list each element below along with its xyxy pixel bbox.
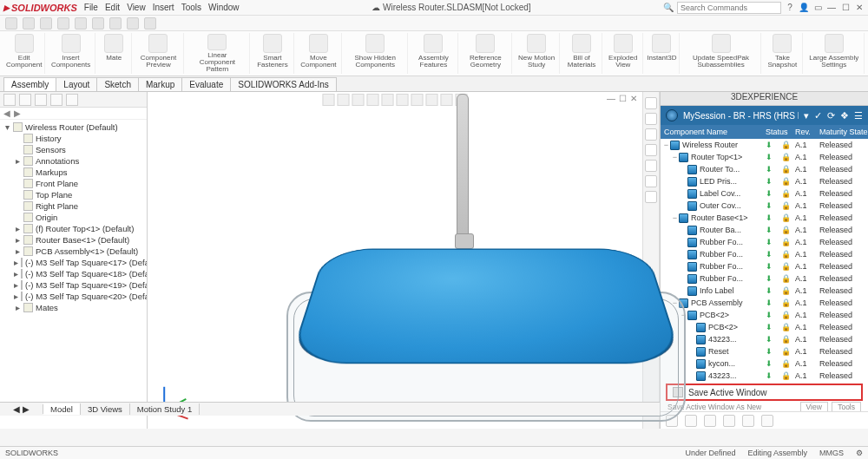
tab-layout[interactable]: Layout <box>56 77 97 91</box>
scene-icon[interactable] <box>441 94 453 106</box>
component-row[interactable]: 43223...⬇🔒A.1Released <box>661 333 868 345</box>
qat-save-icon[interactable] <box>40 17 52 30</box>
check-icon[interactable]: ✓ <box>814 110 822 121</box>
ribbon-take-snapshot[interactable]: Take Snapshot <box>763 33 802 74</box>
graphics-viewport[interactable]: — ☐ ✕ <box>148 92 642 429</box>
menu-view[interactable]: View <box>127 3 146 12</box>
tree-node[interactable]: ▸(f) Router Top<1> (Default) <box>2 223 145 234</box>
appearance-icon[interactable] <box>426 94 438 106</box>
taskpane-design-icon[interactable] <box>645 128 657 141</box>
qat-new-icon[interactable] <box>5 17 17 30</box>
component-row[interactable]: Router To...⬇🔒A.1Released <box>661 163 868 175</box>
3dx-tool2-icon[interactable] <box>685 415 697 427</box>
component-row[interactable]: Outer Cov...⬇🔒A.1Released <box>661 200 868 212</box>
ribbon-instant3d[interactable]: Instant3D <box>645 33 680 74</box>
component-row[interactable]: Rubber Fo...⬇🔒A.1Released <box>661 236 868 248</box>
tab-markup[interactable]: Markup <box>138 77 182 91</box>
ft-tab-property-icon[interactable] <box>19 94 31 106</box>
tab-sketch[interactable]: Sketch <box>96 77 139 91</box>
qat-settings-icon[interactable] <box>144 17 156 30</box>
menu-window[interactable]: Window <box>208 3 240 12</box>
component-row[interactable]: −PCB Assembly⬇🔒A.1Released <box>661 297 868 309</box>
tab-evaluate[interactable]: Evaluate <box>181 77 231 91</box>
component-row[interactable]: kycon...⬇🔒A.1Released <box>661 357 868 370</box>
tree-node[interactable]: Front Plane <box>2 178 145 189</box>
doc-max-icon[interactable]: ☐ <box>619 94 627 103</box>
view-orient-icon[interactable] <box>382 94 394 106</box>
3dx-tool5-icon[interactable] <box>742 415 754 427</box>
component-row[interactable]: −Router Top<1>⬇🔒A.1Released <box>661 151 868 163</box>
ribbon-exploded-view[interactable]: Exploded View <box>604 33 643 74</box>
bottom-tab-motion-study-1[interactable]: Motion Study 1 <box>130 403 200 415</box>
ribbon-component-preview[interactable]: Component Preview <box>134 33 184 74</box>
status-units[interactable]: MMGS <box>819 449 844 457</box>
tree-node[interactable]: ▸(-) M3 Self Tap Square<18> (Default) <box>2 268 145 279</box>
taskpane-appearance-icon[interactable] <box>645 160 657 172</box>
3dx-tool6-icon[interactable] <box>761 415 773 427</box>
ribbon-mate[interactable]: Mate <box>97 33 132 74</box>
ft-tab-config-icon[interactable] <box>35 94 47 106</box>
ft-tab-display-icon[interactable] <box>66 94 78 106</box>
compass-icon[interactable] <box>666 109 678 121</box>
ribbon-show-hidden-components[interactable]: Show Hidden Components <box>344 33 408 74</box>
doc-close-icon[interactable]: ✕ <box>630 94 637 103</box>
ribbon-reference-geometry[interactable]: Reference Geometry <box>460 33 512 74</box>
tree-node[interactable]: Sensors <box>2 144 145 155</box>
component-row[interactable]: −Wireless Router⬇🔒A.1Released <box>661 139 868 151</box>
close-icon[interactable]: ✕ <box>854 3 865 13</box>
zoom-fit-icon[interactable] <box>323 94 335 106</box>
tree-node[interactable]: ▸(-) M3 Self Tap Square<19> (Default) <box>2 279 145 291</box>
maximize-icon[interactable]: ☐ <box>840 3 851 13</box>
taskpane-resources-icon[interactable] <box>645 113 657 125</box>
ft-tab-feature-icon[interactable] <box>3 94 16 106</box>
ribbon-bill-of-materials[interactable]: Bill of Materials <box>562 33 602 74</box>
qat-undo-icon[interactable] <box>75 17 87 30</box>
save-active-window-button[interactable]: Save Active Window <box>666 384 863 401</box>
refresh-icon[interactable]: ⟳ <box>827 110 835 121</box>
search-commands-input[interactable] <box>677 2 781 14</box>
taskpane-view-icon[interactable] <box>645 144 657 156</box>
menu-file[interactable]: File <box>84 3 98 12</box>
ribbon-assembly-features[interactable]: Assembly Features <box>410 33 458 74</box>
qat-options-icon[interactable] <box>127 17 139 30</box>
tree-node[interactable]: Markups <box>2 167 145 178</box>
menu-tools[interactable]: Tools <box>181 3 201 12</box>
bottom-tab-model[interactable]: Model <box>43 403 81 415</box>
user-icon[interactable]: 👤 <box>799 3 809 13</box>
session-bar[interactable]: MySession - BR - HRS (HRS PRE (R11... ▾ … <box>661 106 868 125</box>
doc-min-icon[interactable]: — <box>607 94 615 103</box>
ribbon-linear-component-pattern[interactable]: Linear Component Pattern <box>186 33 249 74</box>
tree-node[interactable]: Right Plane <box>2 200 145 212</box>
component-row[interactable]: PCB<2>⬇🔒A.1Released <box>661 321 868 333</box>
component-row[interactable]: −Router Base<1>⬇🔒A.1Released <box>661 212 868 224</box>
component-row[interactable]: Label Cov...⬇🔒A.1Released <box>661 187 868 200</box>
component-row[interactable]: Rubber Fo...⬇🔒A.1Released <box>661 248 868 260</box>
component-row[interactable]: Rubber Fo...⬇🔒A.1Released <box>661 260 868 272</box>
menu-insert[interactable]: Insert <box>153 3 174 12</box>
ribbon-large-assembly-settings[interactable]: Large Assembly Settings <box>805 33 865 74</box>
tree-node[interactable]: ▸(-) M3 Self Tap Square<17> (Default) <box>2 257 145 268</box>
3dx-tool4-icon[interactable] <box>723 415 735 427</box>
tree-node[interactable]: ▸Annotations <box>2 155 145 167</box>
prev-view-icon[interactable] <box>352 94 365 106</box>
zoom-area-icon[interactable] <box>338 94 350 106</box>
tree-node[interactable]: History <box>2 133 145 144</box>
tree-node[interactable]: ▸Router Base<1> (Default) <box>2 234 145 246</box>
section-view-icon[interactable] <box>367 94 379 106</box>
component-table-body[interactable]: −Wireless Router⬇🔒A.1Released−Router Top… <box>661 139 868 382</box>
ribbon-update-speedpak-subassemblies[interactable]: Update SpeedPak Subassemblies <box>681 33 761 74</box>
ribbon-smart-fasteners[interactable]: Smart Fasteners <box>252 33 295 74</box>
tree-node[interactable]: ▸(-) M3 Self Tap Square<20> (Default) <box>2 291 145 302</box>
tab-assembly[interactable]: Assembly <box>3 77 56 91</box>
tree-node[interactable]: ▸Mates <box>2 302 145 313</box>
component-row[interactable]: 43223...⬇🔒A.1Released <box>661 370 868 382</box>
component-row[interactable]: Router Ba...⬇🔒A.1Released <box>661 224 868 236</box>
qat-open-icon[interactable] <box>23 17 35 30</box>
bottom-tab-3d-views[interactable]: 3D Views <box>81 403 130 415</box>
display-style-icon[interactable] <box>397 94 409 106</box>
ribbon-new-motion-study[interactable]: New Motion Study <box>514 33 561 74</box>
help-icon[interactable]: ? <box>785 3 795 13</box>
tree-node[interactable]: ▾Wireless Router (Default) <box>2 121 145 133</box>
nav-back-icon[interactable]: ◀ <box>3 108 10 118</box>
taskpane-home-icon[interactable] <box>645 97 657 109</box>
